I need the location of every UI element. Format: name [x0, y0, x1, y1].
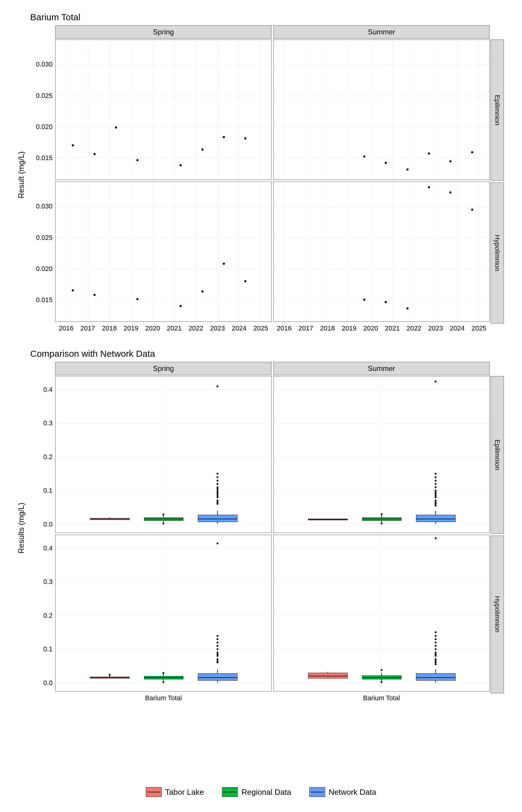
data-point	[471, 151, 473, 153]
boxplot-box	[362, 675, 402, 679]
outlier-point	[435, 662, 437, 663]
outlier-point	[217, 653, 218, 655]
ytick: 0.2	[43, 612, 53, 620]
outlier-point	[381, 523, 382, 524]
outlier-point	[217, 635, 218, 637]
data-point	[385, 162, 387, 164]
data-point	[137, 298, 139, 300]
ytick: 0.015	[36, 154, 53, 162]
outlier-point	[162, 681, 164, 683]
xtick: 2022	[407, 324, 421, 332]
outlier-point	[217, 480, 218, 482]
data-point	[137, 159, 139, 161]
box-panel	[55, 376, 272, 533]
data-point	[93, 153, 96, 155]
outlier-point	[217, 638, 218, 640]
legend: Tabor Lake Regional Data Network Data	[0, 787, 522, 797]
data-point	[223, 263, 225, 265]
ytick: 0.030	[36, 60, 53, 68]
xtick: 2016	[277, 324, 292, 332]
data-point	[180, 305, 182, 307]
scatter-panel	[274, 40, 490, 180]
data-point	[471, 209, 473, 211]
data-point	[363, 156, 365, 158]
outlier-point	[217, 648, 218, 650]
data-point	[363, 299, 365, 301]
xtick: 2021	[167, 324, 182, 332]
facet-col-strip: Summer	[274, 25, 490, 39]
facet-col-strip: Spring	[55, 25, 272, 39]
outlier-point	[162, 672, 164, 674]
data-point	[223, 136, 225, 138]
chart-title-bottom: Comparison with Network Data	[30, 349, 504, 359]
boxplot-box	[416, 673, 456, 681]
outlier-point	[435, 648, 437, 650]
outlier-point	[217, 658, 218, 660]
boxplot-box	[144, 676, 184, 679]
outlier-point	[381, 513, 382, 515]
outlier-point	[217, 488, 218, 490]
boxplot-box	[90, 518, 129, 520]
data-point	[406, 307, 408, 309]
scatter-panel	[55, 40, 272, 180]
outlier-point	[217, 491, 218, 493]
xtick: 2017	[80, 324, 95, 332]
ytick: 0.3	[43, 419, 53, 427]
chart-title-top: Barium Total	[30, 12, 504, 22]
data-point	[449, 191, 451, 193]
ytick: 0.030	[36, 202, 53, 210]
legend-item-network: Network Data	[309, 787, 376, 797]
outlier-point	[162, 523, 164, 524]
xtick: 2022	[188, 324, 203, 332]
outlier-point	[435, 635, 437, 637]
data-point	[449, 160, 451, 163]
ytick: 0.020	[36, 265, 53, 273]
ytick: 0.025	[36, 92, 53, 100]
outlier-point	[381, 681, 382, 683]
xtick: 2023	[428, 324, 443, 332]
ytick: 0.015	[36, 296, 53, 304]
boxplot-box	[198, 673, 237, 681]
xtick: 2016	[59, 324, 74, 332]
data-point	[428, 186, 430, 188]
xtick: 2018	[320, 324, 335, 332]
box-panel	[274, 376, 490, 533]
scatter-panel	[55, 182, 272, 322]
xtick: 2024	[232, 324, 246, 332]
data-point	[72, 289, 74, 291]
ytick: 0.1	[43, 645, 53, 653]
xtick: 2019	[124, 324, 138, 332]
xtick: 2017	[299, 324, 313, 332]
facet-col-strip: Summer	[274, 362, 490, 375]
outlier-point	[435, 502, 437, 503]
data-point	[201, 290, 203, 293]
outlier-point	[435, 652, 437, 653]
outlier-point	[435, 658, 437, 660]
outlier-point	[217, 496, 218, 498]
outlier-point	[217, 652, 218, 653]
ytick: 0.020	[36, 123, 53, 131]
outlier-point	[217, 660, 218, 662]
outlier-point	[435, 631, 437, 633]
outlier-point	[435, 491, 437, 493]
outlier-point	[435, 495, 437, 496]
boxplot-box	[308, 519, 348, 520]
ytick: 0.0	[43, 679, 53, 687]
data-point	[201, 149, 203, 151]
outlier-point	[435, 537, 437, 539]
outlier-point	[435, 473, 437, 474]
outlier-point	[435, 483, 437, 485]
boxplot-box	[90, 677, 129, 678]
boxplot-box	[144, 517, 184, 521]
data-point	[244, 138, 246, 140]
outlier-point	[435, 493, 437, 495]
outlier-point	[162, 513, 164, 515]
data-point	[93, 293, 96, 296]
outlier-point	[217, 493, 218, 495]
outlier-point	[217, 476, 218, 478]
data-point	[72, 144, 74, 146]
xtick: 2023	[210, 324, 225, 332]
outlier-point	[217, 543, 218, 544]
yaxis-label-top: Result (mg/L)	[17, 151, 26, 199]
facet-row-strip: Epilimnion	[490, 40, 504, 181]
